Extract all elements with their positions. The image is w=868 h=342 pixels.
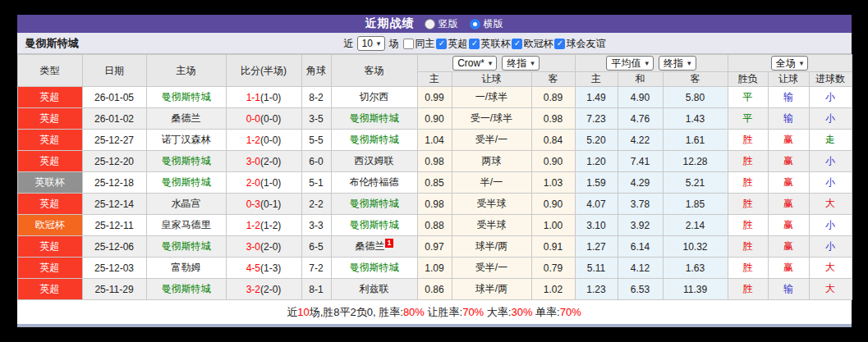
goals-result: 小 bbox=[809, 236, 852, 258]
score-fulltime: 1-1 bbox=[246, 92, 260, 103]
filter-checkbox-ucl[interactable]: ✓欧冠杯 bbox=[512, 37, 553, 51]
score-cell: 2-0(1-0) bbox=[226, 172, 301, 194]
league-badge: 欧冠杯 bbox=[17, 215, 82, 236]
filter-checkbox-efl-cup[interactable]: ✓英联杯 bbox=[469, 37, 510, 51]
bottom-strip bbox=[17, 324, 852, 327]
games-label: 场 bbox=[388, 37, 398, 51]
asia-handicap: 受一/球半 bbox=[452, 108, 531, 130]
score-fulltime: 0-0 bbox=[246, 113, 260, 125]
filter-checkbox-epl[interactable]: ✓英超 bbox=[436, 37, 467, 51]
checkbox-icon-ucl[interactable]: ✓ bbox=[512, 39, 522, 49]
home-team: 曼彻斯特城 bbox=[146, 279, 226, 300]
eu-home-odds: 5.20 bbox=[575, 130, 618, 151]
checkbox-icon-efl-cup[interactable]: ✓ bbox=[469, 39, 480, 49]
asia-home-odds: 0.88 bbox=[417, 215, 452, 236]
match-date: 25-12-27 bbox=[82, 130, 146, 151]
match-row: 英超25-12-06曼彻斯特城3-0(2-0)6-5桑德兰10.97球半/两0.… bbox=[17, 236, 852, 258]
goals-result: 小 bbox=[809, 87, 852, 108]
score-cell: 3-0(2-0) bbox=[226, 236, 301, 258]
league-badge: 英超 bbox=[17, 194, 82, 215]
asia-home-odds: 0.99 bbox=[417, 87, 452, 108]
match-result: 平 bbox=[728, 87, 768, 108]
checkbox-label-same-home: 同主 bbox=[415, 37, 434, 51]
match-row: 欧冠杯25-12-11皇家马德里1-2(1-2)3-3曼彻斯特城0.88受半球1… bbox=[17, 215, 852, 236]
col-header-goals: 进球数 bbox=[809, 72, 852, 87]
result-dropdown-0[interactable]: 全场▾ bbox=[771, 56, 809, 71]
match-date: 25-11-29 bbox=[82, 279, 146, 300]
asia-handicap: 球半/两 bbox=[452, 236, 531, 258]
asia-dropdown-1[interactable]: 终指▾ bbox=[502, 56, 540, 71]
score-fulltime: 1-2 bbox=[246, 220, 260, 231]
match-row: 英超25-11-29曼彻斯特城3-2(2-0)8-1利兹联0.86球半/两1.0… bbox=[17, 279, 852, 300]
asia-handicap: 受半/一 bbox=[452, 258, 531, 279]
eu-draw-odds: 6.53 bbox=[618, 279, 663, 300]
col-header-home: 主场 bbox=[146, 55, 226, 87]
away-team: 布伦特福德 bbox=[331, 172, 417, 194]
eu-away-odds: 11.39 bbox=[663, 279, 728, 300]
score-cell: 1-2(0-0) bbox=[226, 130, 301, 151]
match-row: 英超25-12-14水晶宫0-3(0-1)2-2曼彻斯特城0.98受半球0.90… bbox=[17, 194, 852, 215]
goals-result: 大 bbox=[809, 279, 852, 300]
team-name: 曼彻斯特城 bbox=[25, 33, 79, 54]
chevron-down-icon: ▾ bbox=[800, 60, 804, 67]
radio-icon-vertical[interactable] bbox=[425, 19, 435, 30]
score-fulltime: 3-2 bbox=[246, 284, 260, 295]
checkbox-icon-same-home[interactable] bbox=[403, 39, 414, 49]
away-team: 曼彻斯特城 bbox=[331, 215, 417, 236]
score-fulltime: 1-2 bbox=[246, 135, 260, 146]
summary-segment: 30% bbox=[511, 306, 532, 318]
checkbox-icon-friendly[interactable]: ✓ bbox=[554, 39, 565, 49]
checkbox-label-efl-cup: 英联杯 bbox=[480, 37, 510, 51]
corner-score: 6-5 bbox=[301, 236, 331, 258]
match-row: 英超26-01-02桑德兰0-0(0-0)3-5曼彻斯特城0.90受一/球半0.… bbox=[17, 108, 852, 130]
summary-segment: 80% bbox=[403, 306, 425, 318]
asia-home-odds: 0.85 bbox=[417, 172, 452, 194]
red-card-badge: 1 bbox=[385, 239, 393, 248]
eu-draw-odds: 3.78 bbox=[618, 194, 663, 215]
handicap-result: 输 bbox=[768, 279, 809, 300]
eu-home-odds: 1.49 bbox=[575, 87, 618, 108]
eu-draw-odds: 6.14 bbox=[618, 236, 663, 258]
layout-radio-vertical[interactable]: 竖版 bbox=[425, 17, 458, 31]
match-result: 胜 bbox=[728, 279, 768, 300]
europe-dropdown-0[interactable]: 平均值▾ bbox=[606, 56, 654, 71]
checkbox-label-friendly: 球会友谊 bbox=[566, 37, 605, 51]
asia-home-odds: 0.98 bbox=[417, 194, 452, 215]
chevron-down-icon: ▾ bbox=[645, 60, 649, 67]
match-row: 英联杯25-12-18曼彻斯特城2-0(1-0)5-1布伦特福德0.85半/一1… bbox=[17, 172, 852, 194]
filter-checkbox-same-home[interactable]: 同主 bbox=[403, 37, 434, 51]
home-team: 曼彻斯特城 bbox=[146, 87, 226, 108]
away-team: 曼彻斯特城 bbox=[331, 258, 417, 279]
score-halftime: (2-0) bbox=[260, 241, 281, 253]
score-halftime: (2-0) bbox=[260, 156, 281, 167]
europe-dropdown-1-value: 终指 bbox=[664, 57, 683, 71]
recent-count-select[interactable]: 10 ▾ bbox=[357, 36, 386, 51]
asia-away-odds: 0.84 bbox=[531, 130, 575, 151]
match-date: 25-12-03 bbox=[82, 258, 146, 279]
asia-dropdown-0[interactable]: Crow*▾ bbox=[452, 56, 497, 71]
corner-score: 8-2 bbox=[301, 87, 331, 108]
match-date: 25-12-11 bbox=[82, 215, 146, 236]
europe-dropdown-1[interactable]: 终指▾ bbox=[659, 56, 696, 71]
corner-score: 3-5 bbox=[301, 108, 331, 130]
filter-checkbox-friendly[interactable]: ✓球会友谊 bbox=[554, 37, 605, 51]
score-halftime: (0-1) bbox=[260, 198, 281, 210]
eu-draw-odds: 7.41 bbox=[618, 151, 663, 172]
checkbox-label-ucl: 欧冠杯 bbox=[523, 37, 553, 51]
away-team: 桑德兰1 bbox=[331, 236, 417, 258]
asia-home-odds: 1.04 bbox=[417, 130, 452, 151]
eu-away-odds: 12.28 bbox=[663, 151, 728, 172]
eu-away-odds: 5.80 bbox=[663, 87, 728, 108]
score-cell: 0-3(0-1) bbox=[226, 194, 301, 215]
europe-odds-dropdowns: 平均值▾终指▾ bbox=[575, 55, 728, 72]
summary-segment: 单率: bbox=[532, 306, 559, 318]
asia-handicap: 受半球 bbox=[452, 215, 531, 236]
layout-radio-horizontal[interactable]: 横版 bbox=[470, 17, 503, 31]
asia-away-odds: 0.91 bbox=[531, 236, 575, 258]
handicap-result: 赢 bbox=[768, 258, 809, 279]
eu-draw-odds: 3.92 bbox=[618, 215, 663, 236]
radio-icon-horizontal[interactable] bbox=[470, 19, 480, 30]
checkbox-icon-epl[interactable]: ✓ bbox=[436, 39, 447, 49]
filter-bar: 曼彻斯特城 近 10 ▾ 场 同主✓英超✓英联杯✓欧冠杯✓球会友谊 bbox=[17, 33, 852, 54]
col-header-eu-home: 主 bbox=[575, 72, 618, 87]
